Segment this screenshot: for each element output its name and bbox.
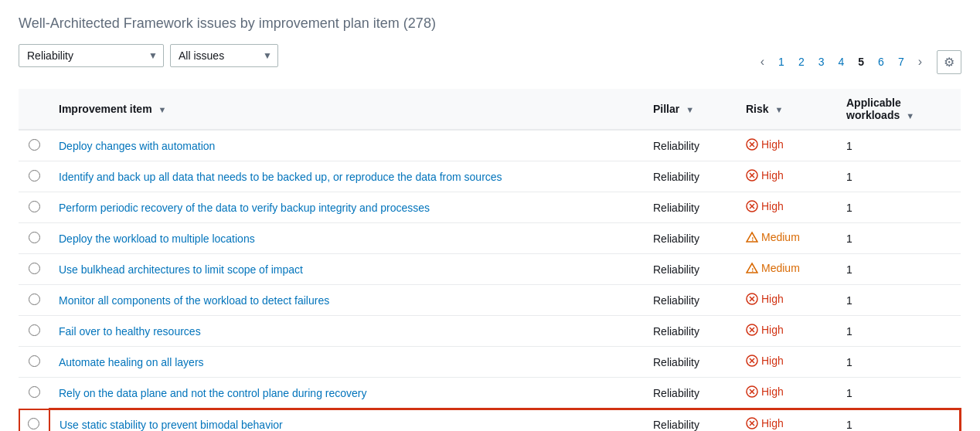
row-radio-input[interactable] xyxy=(29,263,40,274)
row-risk-cell: High xyxy=(737,161,837,192)
row-item-cell: Rely on the data plane and not the contr… xyxy=(49,378,644,409)
row-radio-input[interactable] xyxy=(29,232,40,243)
row-radio-input[interactable] xyxy=(29,386,40,398)
row-item-link[interactable]: Use bulkhead architectures to limit scop… xyxy=(59,263,303,276)
row-item-link[interactable]: Fail over to healthy resources xyxy=(59,325,201,338)
row-item-cell: Fail over to healthy resources xyxy=(49,316,644,347)
issues-table: Improvement item ▼ Pillar ▼ Risk ▼ Appli… xyxy=(19,89,961,431)
risk-high-badge: High xyxy=(746,385,784,398)
pagination: ‹ 1 2 3 4 5 6 7 › xyxy=(755,52,927,72)
row-radio-cell xyxy=(19,347,49,378)
row-item-link[interactable]: Perform periodic recovery of the data to… xyxy=(59,202,430,214)
risk-high-badge: High xyxy=(746,417,784,429)
row-risk-cell: High xyxy=(737,285,837,316)
row-item-cell: Use static stability to prevent bimodal … xyxy=(49,409,644,431)
row-item-cell: Monitor all components of the workload t… xyxy=(49,285,644,316)
row-risk-cell: ! Medium xyxy=(737,223,837,254)
header-actions: ‹ 1 2 3 4 5 6 7 › ⚙ xyxy=(755,50,961,74)
row-radio-cell xyxy=(19,378,49,409)
workloads-sort-icon: ▼ xyxy=(906,111,914,120)
page-3-button[interactable]: 3 xyxy=(813,53,830,71)
title-text: Well-Architected Framework issues by imp… xyxy=(19,15,400,31)
next-page-button[interactable]: › xyxy=(913,52,927,72)
pillar-header[interactable]: Pillar ▼ xyxy=(644,89,737,130)
table-row: Automate healing on all layersReliabilit… xyxy=(19,347,961,378)
pillar-filter[interactable]: Reliability Security Performance Cost Op… xyxy=(19,44,164,67)
table-row: Fail over to healthy resourcesReliabilit… xyxy=(19,316,961,347)
row-radio-input[interactable] xyxy=(29,139,40,151)
risk-high-badge: High xyxy=(746,200,784,212)
row-radio-input[interactable] xyxy=(29,355,40,367)
risk-medium-badge: ! Medium xyxy=(746,231,800,243)
row-radio-input[interactable] xyxy=(28,418,39,429)
row-radio-cell xyxy=(19,316,49,347)
risk-high-badge: High xyxy=(746,138,784,151)
row-item-cell: Identify and back up all data that needs… xyxy=(49,161,644,192)
issues-select[interactable]: All issues High Medium Low xyxy=(170,44,278,67)
risk-medium-badge: ! Medium xyxy=(746,262,800,274)
row-item-link[interactable]: Use static stability to prevent bimodal … xyxy=(60,419,283,431)
row-item-link[interactable]: Monitor all components of the workload t… xyxy=(59,294,329,307)
row-pillar-cell: Reliability xyxy=(644,378,737,409)
page-5-button[interactable]: 5 xyxy=(852,53,869,71)
table-row: Use static stability to prevent bimodal … xyxy=(19,409,961,431)
pillar-sort-icon: ▼ xyxy=(686,105,694,114)
settings-button[interactable]: ⚙ xyxy=(937,50,961,74)
prev-page-button[interactable]: ‹ xyxy=(755,52,770,72)
row-pillar-cell: Reliability xyxy=(644,223,737,254)
table-row: Perform periodic recovery of the data to… xyxy=(19,192,961,223)
table-row: Use bulkhead architectures to limit scop… xyxy=(19,254,961,285)
row-pillar-cell: Reliability xyxy=(644,130,737,161)
row-workloads-cell: 1 xyxy=(837,192,961,223)
row-radio-input[interactable] xyxy=(29,324,40,336)
pillar-select[interactable]: Reliability Security Performance Cost Op… xyxy=(19,44,164,67)
workloads-header[interactable]: Applicable workloads ▼ xyxy=(837,89,961,130)
row-item-cell: Deploy changes with automation xyxy=(49,130,644,161)
row-radio-input[interactable] xyxy=(29,170,40,182)
risk-header[interactable]: Risk ▼ xyxy=(737,89,837,130)
row-pillar-cell: Reliability xyxy=(644,347,737,378)
table-row: Deploy changes with automationReliabilit… xyxy=(19,130,961,161)
page-4-button[interactable]: 4 xyxy=(832,53,849,71)
table-row: Monitor all components of the workload t… xyxy=(19,285,961,316)
row-pillar-cell: Reliability xyxy=(644,409,737,431)
title-count: (278) xyxy=(403,15,436,31)
row-workloads-cell: 1 xyxy=(837,347,961,378)
issues-filter[interactable]: All issues High Medium Low ▼ xyxy=(170,44,278,67)
row-item-cell: Automate healing on all layers xyxy=(49,347,644,378)
improvement-item-header[interactable]: Improvement item ▼ xyxy=(49,89,644,130)
row-radio-input[interactable] xyxy=(29,294,40,305)
row-radio-input[interactable] xyxy=(29,201,40,212)
row-risk-cell: High xyxy=(737,130,837,161)
row-radio-cell xyxy=(19,409,49,431)
row-item-link[interactable]: Automate healing on all layers xyxy=(59,356,204,368)
row-pillar-cell: Reliability xyxy=(644,254,737,285)
row-radio-cell xyxy=(19,254,49,285)
improvement-item-sort-icon: ▼ xyxy=(158,105,166,114)
page-1-button[interactable]: 1 xyxy=(773,53,790,71)
row-item-link[interactable]: Rely on the data plane and not the contr… xyxy=(59,387,367,399)
row-workloads-cell: 1 xyxy=(837,316,961,347)
row-radio-cell xyxy=(19,223,49,254)
page-2-button[interactable]: 2 xyxy=(793,53,810,71)
page-6-button[interactable]: 6 xyxy=(873,53,890,71)
row-radio-cell xyxy=(19,130,49,161)
page-7-button[interactable]: 7 xyxy=(893,53,910,71)
table-header-row: Improvement item ▼ Pillar ▼ Risk ▼ Appli… xyxy=(19,89,961,130)
row-item-link[interactable]: Deploy changes with automation xyxy=(59,140,215,152)
row-workloads-cell: 1 xyxy=(837,130,961,161)
row-radio-cell xyxy=(19,161,49,192)
row-pillar-cell: Reliability xyxy=(644,316,737,347)
row-pillar-cell: Reliability xyxy=(644,285,737,316)
row-workloads-cell: 1 xyxy=(837,161,961,192)
row-item-link[interactable]: Identify and back up all data that needs… xyxy=(59,171,502,183)
row-risk-cell: ! Medium xyxy=(737,254,837,285)
risk-high-badge: High xyxy=(746,324,784,336)
row-item-cell: Use bulkhead architectures to limit scop… xyxy=(49,254,644,285)
row-pillar-cell: Reliability xyxy=(644,192,737,223)
row-workloads-cell: 1 xyxy=(837,378,961,409)
row-item-link[interactable]: Deploy the workload to multiple location… xyxy=(59,232,255,245)
checkbox-header xyxy=(19,89,49,130)
row-workloads-cell: 1 xyxy=(837,409,961,431)
row-pillar-cell: Reliability xyxy=(644,161,737,192)
